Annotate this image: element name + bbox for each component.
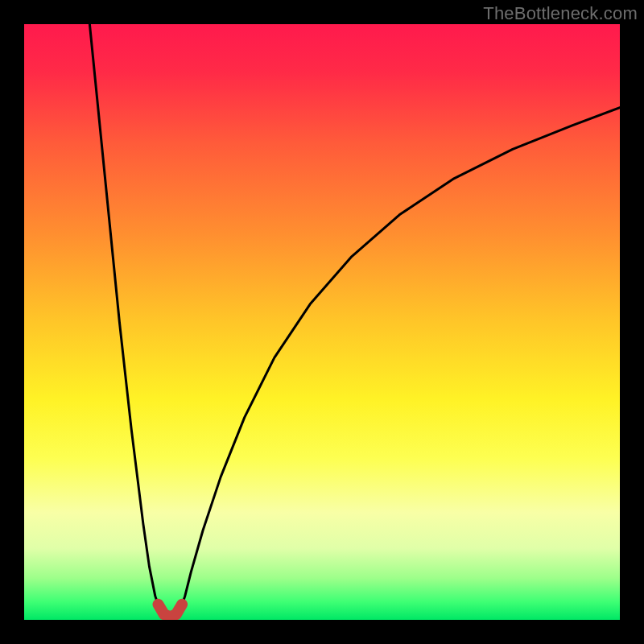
plot-area xyxy=(24,24,620,620)
gradient-background xyxy=(24,24,620,620)
watermark-text: TheBottleneck.com xyxy=(483,3,638,24)
chart-svg xyxy=(24,24,620,620)
chart-frame: TheBottleneck.com xyxy=(0,0,644,644)
